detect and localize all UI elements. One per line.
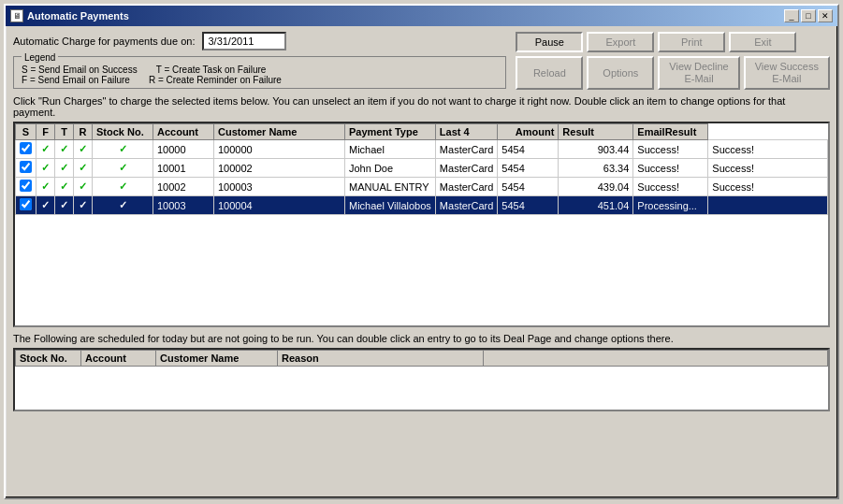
legend-title: Legend (22, 52, 58, 63)
legend-t: T = Create Task on Failure (156, 65, 267, 75)
row-checkbox[interactable] (16, 140, 36, 159)
main-window: 🖥 Automatic Payments _ □ ✕ Automatic Cha… (4, 4, 839, 499)
window-content: Automatic Charge for payments due on: Le… (6, 26, 837, 417)
view-success-button[interactable]: View SuccessE-Mail (744, 56, 830, 90)
row-amount: 439.04 (559, 178, 633, 196)
charge-label: Automatic Charge for payments due on: (13, 36, 195, 47)
bottom-header-row: Stock No. Account Customer Name Reason (16, 351, 828, 367)
table-row[interactable]: ✓✓✓✓10002100003MANUAL ENTRYMasterCard545… (16, 178, 828, 196)
btn-row-1: Pause Export Print Exit (516, 32, 830, 52)
row-f: ✓ (55, 159, 74, 178)
row-result: Processing... (633, 196, 708, 215)
bottom-header-extra (484, 351, 828, 367)
row-checkbox[interactable] (16, 178, 36, 196)
bottom-section: The Following are scheduled for today bu… (13, 333, 830, 411)
window-title: Automatic Payments (27, 10, 129, 22)
main-table-container: S F T R Stock No. Account Customer Name … (13, 122, 830, 327)
legend-f: F = Send Email on Failure (22, 75, 130, 85)
row-s: ✓ (36, 159, 55, 178)
row-last4: 5454 (498, 140, 559, 159)
print-button[interactable]: Print (658, 32, 725, 52)
right-buttons: Pause Export Print Exit Reload Options V… (516, 32, 830, 90)
title-bar: 🖥 Automatic Payments _ □ ✕ (6, 6, 837, 26)
row-last4: 5454 (498, 196, 559, 215)
row-paytype: MasterCard (435, 140, 497, 159)
header-r: R (74, 124, 93, 140)
left-section: Automatic Charge for payments due on: Le… (13, 32, 506, 89)
row-f: ✓ (55, 140, 74, 159)
row-last4: 5454 (498, 178, 559, 196)
header-account: Account (153, 124, 214, 140)
table-row[interactable]: ✓✓✓✓10001100002John DoeMasterCard545463.… (16, 159, 828, 178)
row-customer: Michael Villalobos (345, 196, 436, 215)
main-table: S F T R Stock No. Account Customer Name … (15, 123, 828, 215)
legend-row-1: S = Send Email on Success T = Create Tas… (22, 65, 498, 75)
row-stock: 10002 (153, 178, 214, 196)
options-button[interactable]: Options (587, 56, 654, 90)
row-customer: Michael (345, 140, 436, 159)
row-customer: MANUAL ENTRY (345, 178, 436, 196)
row-checkbox[interactable] (16, 159, 36, 178)
bottom-table: Stock No. Account Customer Name Reason (15, 350, 828, 367)
row-r: ✓ (93, 196, 153, 215)
row-account: 100004 (214, 196, 345, 215)
row-result: Success! (633, 140, 708, 159)
row-email: Success! (708, 159, 828, 178)
row-t: ✓ (74, 159, 93, 178)
close-button[interactable]: ✕ (818, 9, 833, 22)
row-result: Success! (633, 159, 708, 178)
export-button[interactable]: Export (587, 32, 654, 52)
main-table-head: S F T R Stock No. Account Customer Name … (16, 124, 828, 140)
header-result: Result (559, 124, 633, 140)
header-last4: Last 4 (435, 124, 497, 140)
top-row: Automatic Charge for payments due on: Le… (13, 32, 830, 90)
view-decline-button[interactable]: View DeclineE-Mail (658, 56, 739, 90)
row-paytype: MasterCard (435, 196, 497, 215)
maximize-button[interactable]: □ (801, 9, 816, 22)
row-s: ✓ (36, 178, 55, 196)
row-paytype: MasterCard (435, 159, 497, 178)
header-paytype: Payment Type (345, 124, 436, 140)
bottom-header-stock: Stock No. (16, 351, 81, 367)
reload-button[interactable]: Reload (516, 56, 583, 90)
main-table-body: ✓✓✓✓10000100000MichaelMasterCard5454903.… (16, 140, 828, 215)
row-stock: 10000 (153, 140, 214, 159)
row-amount: 63.34 (559, 159, 633, 178)
table-row[interactable]: ✓✓✓✓10000100000MichaelMasterCard5454903.… (16, 140, 828, 159)
row-customer: John Doe (345, 159, 436, 178)
legend-r: R = Create Reminder on Failure (149, 75, 282, 85)
row-t: ✓ (74, 178, 93, 196)
row-f: ✓ (55, 196, 74, 215)
header-amount: Amount (498, 124, 559, 140)
row-s: ✓ (36, 140, 55, 159)
row-amount: 451.04 (559, 196, 633, 215)
row-r: ✓ (93, 140, 153, 159)
charge-row: Automatic Charge for payments due on: (13, 32, 506, 50)
row-amount: 903.44 (559, 140, 633, 159)
row-stock: 10001 (153, 159, 214, 178)
row-f: ✓ (55, 178, 74, 196)
legend-s: S = Send Email on Success (22, 65, 138, 75)
bottom-table-container: Stock No. Account Customer Name Reason (13, 348, 830, 411)
row-t: ✓ (74, 140, 93, 159)
row-checkbox[interactable] (16, 196, 36, 215)
bottom-header-customer: Customer Name (156, 351, 278, 367)
table-row[interactable]: ✓✓✓✓10003100004Michael VillalobosMasterC… (16, 196, 828, 215)
header-stock: Stock No. (93, 124, 153, 140)
header-t: T (55, 124, 74, 140)
header-s: S (16, 124, 36, 140)
bottom-header-reason: Reason (278, 351, 484, 367)
legend-content: S = Send Email on Success T = Create Tas… (22, 65, 498, 85)
main-table-header-row: S F T R Stock No. Account Customer Name … (16, 124, 828, 140)
row-account: 100003 (214, 178, 345, 196)
header-f: F (36, 124, 55, 140)
minimize-button[interactable]: _ (784, 9, 799, 22)
charge-date-input[interactable] (202, 32, 286, 50)
row-email: Success! (708, 178, 828, 196)
row-email (708, 196, 828, 215)
row-account: 100000 (214, 140, 345, 159)
row-t: ✓ (74, 196, 93, 215)
legend-box: Legend S = Send Email on Success T = Cre… (13, 56, 506, 89)
pause-button[interactable]: Pause (516, 32, 583, 52)
exit-button[interactable]: Exit (729, 32, 796, 52)
